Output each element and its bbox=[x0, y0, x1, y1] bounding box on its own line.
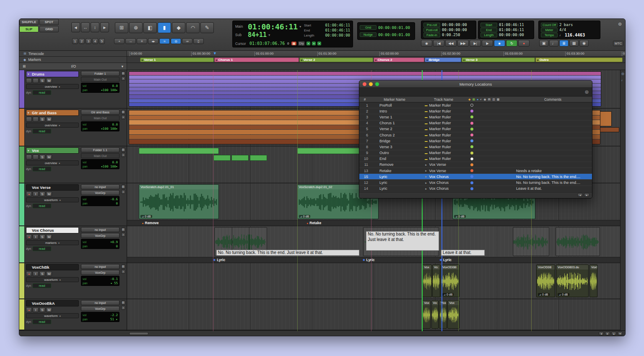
io-selector[interactable]: no input bbox=[81, 264, 119, 269]
column-comments[interactable]: Comments bbox=[514, 97, 592, 102]
clip-gain-badge[interactable]: ⊿0 dB bbox=[454, 215, 465, 218]
count-off-value[interactable]: 2 bars bbox=[559, 23, 573, 27]
track-color-strip[interactable] bbox=[19, 70, 25, 108]
automation-mode-button[interactable]: read bbox=[33, 90, 51, 95]
io-selector[interactable]: no input bbox=[81, 184, 119, 189]
timecode-ruler-label[interactable]: ⊞ Timecode bbox=[19, 51, 127, 57]
folder-overview-clip[interactable] bbox=[250, 155, 267, 161]
zoom-column-icon[interactable]: ● bbox=[477, 98, 478, 101]
audio-clip-voxod08[interactable]: VoxOD08⊿0 dB bbox=[536, 264, 555, 297]
volume-pan-display[interactable]: vol-2.2pan51 ▸ bbox=[81, 312, 119, 322]
audio-clip-vox[interactable]: Vox bbox=[422, 264, 431, 297]
track-view-selector[interactable]: overview▾ bbox=[26, 84, 79, 89]
marker-verse-3[interactable]: ◆Verse 3 bbox=[462, 58, 535, 62]
scroll-left-icon[interactable]: ◂ bbox=[577, 193, 583, 197]
tempo-value[interactable]: 116.4463 bbox=[565, 33, 585, 37]
output-selector[interactable]: Main Out bbox=[81, 115, 119, 120]
group-selector[interactable]: VoxGrp bbox=[81, 270, 119, 275]
link-timeline-edit-button[interactable]: ⊙ bbox=[171, 38, 181, 44]
track-name[interactable]: Vox Chorus bbox=[26, 227, 79, 233]
memory-location-row-7[interactable]: 7Bridge▬Marker Ruler bbox=[359, 138, 592, 144]
track-add-icon[interactable]: + bbox=[121, 190, 125, 194]
count-off-label[interactable]: Count Off bbox=[541, 23, 558, 27]
track-blank-b-button[interactable] bbox=[33, 78, 39, 83]
midi-merge-button[interactable]: ▣ bbox=[539, 40, 548, 47]
track-view-selector[interactable]: waveform▾ bbox=[26, 277, 79, 282]
track-record-button[interactable]: ● bbox=[26, 271, 32, 276]
track-solo-button[interactable]: S bbox=[39, 234, 45, 239]
selection-end-value[interactable]: 01:00:46:11 bbox=[325, 28, 350, 32]
tempo-ruler-button[interactable]: ◉ bbox=[579, 40, 589, 47]
playhead-cursor-icon[interactable]: ▼ bbox=[213, 51, 217, 55]
track-solo-button[interactable]: S bbox=[39, 78, 45, 83]
transport-end-value[interactable]: 01:00:46:11 bbox=[499, 28, 524, 32]
zoomer-tool[interactable]: ⊕ bbox=[129, 22, 143, 33]
memory-location-row-11[interactable]: 11Remove►Vox Verse bbox=[359, 162, 592, 168]
folder-overview-clip[interactable] bbox=[139, 148, 219, 154]
post-roll-label[interactable]: Post-roll bbox=[423, 28, 440, 32]
rewind-button[interactable]: ◀◀ bbox=[445, 40, 457, 47]
link-track-edit-button[interactable]: ⇒ bbox=[182, 38, 192, 44]
online-button[interactable]: ◉ bbox=[421, 40, 432, 47]
audio-clip-vo[interactable]: Vo: bbox=[431, 300, 439, 329]
column-marker-name[interactable]: Marker Name bbox=[370, 97, 419, 102]
volume-pan-display[interactable]: vol0.0pan◂100 100▸ bbox=[81, 121, 119, 131]
edit-mode-shuffle-button[interactable]: SHUFFLE bbox=[19, 19, 39, 25]
marker-outro[interactable]: ◆Outro bbox=[535, 58, 623, 62]
nudge-value[interactable]: 00:00:00:01.00 bbox=[378, 33, 410, 37]
zoom-preset-2-button[interactable]: 2 bbox=[79, 38, 85, 44]
main-counter-menu-icon[interactable]: ▾ bbox=[299, 25, 301, 29]
drum-child-clip[interactable] bbox=[129, 76, 601, 79]
volume-pan-display[interactable]: vol+0.9pan0 bbox=[81, 239, 119, 249]
audio-clip-voxod0803-du[interactable]: VoxOD0803.du⊿0 dB bbox=[556, 264, 589, 297]
track-name[interactable]: ▾Drums bbox=[26, 71, 79, 77]
markers-ruler[interactable]: ◆Verse 1◆Chorus 1◆Verse 2◆Chorus 2◆Bridg… bbox=[127, 57, 625, 63]
audio-clip[interactable] bbox=[556, 227, 600, 256]
stop-button[interactable]: ■ bbox=[494, 40, 505, 47]
folder-disclosure-icon[interactable]: ▾ bbox=[28, 73, 31, 76]
track-list-sort-icon[interactable]: ▾ bbox=[122, 64, 123, 68]
track-marker-lyric[interactable]: ◆Lyric bbox=[440, 258, 452, 262]
track-solo-button[interactable]: S bbox=[39, 307, 45, 312]
track-name[interactable]: VoxChBk bbox=[26, 264, 79, 270]
memory-location-row-3[interactable]: 3Verse 1▬Marker Ruler bbox=[359, 114, 592, 120]
play-button[interactable]: ▶ bbox=[482, 40, 493, 47]
marker-chorus-1[interactable]: ◆Chorus 1 bbox=[214, 58, 299, 62]
track-add-icon[interactable]: + bbox=[121, 270, 125, 274]
lyric-text-box[interactable]: No. No turning back. This is the end. Ju… bbox=[366, 231, 439, 251]
marker-column-icon[interactable]: ◆ bbox=[468, 98, 470, 101]
scroll-right-icon[interactable]: ▸ bbox=[584, 193, 589, 197]
scroll-options-icon[interactable]: ◎ bbox=[621, 72, 624, 76]
pencil-tool[interactable]: ✎ bbox=[200, 22, 214, 33]
io-column-label[interactable]: I/O bbox=[29, 64, 118, 68]
crossfade-button[interactable]: ◂▸ bbox=[148, 38, 158, 44]
io-selector[interactable]: no input bbox=[81, 227, 119, 232]
separation-edit-button[interactable]: ≡ bbox=[137, 38, 147, 44]
track-mute-button[interactable]: M bbox=[46, 78, 52, 83]
track-solo-button[interactable]: S bbox=[39, 271, 45, 276]
track-options-icon[interactable]: ⊞ bbox=[121, 264, 125, 269]
metronome-button[interactable]: ♩ bbox=[549, 40, 558, 47]
io-selector[interactable]: Folder 1.1 bbox=[81, 147, 119, 152]
audio-clip-voxscratch-dup2-01-01[interactable]: VoxScratch.dup2.01_01⊿0 dB bbox=[139, 184, 219, 219]
memory-location-row-14[interactable]: 14Lyric►Vox ChorusLeave it at that. bbox=[359, 186, 592, 192]
track-add-icon[interactable]: + bbox=[121, 306, 125, 310]
selector-tool[interactable]: ▮ bbox=[158, 22, 171, 33]
memory-location-row-9[interactable]: 9Outro▬Marker Ruler bbox=[359, 150, 592, 156]
arrange-lane-voxooobka[interactable]: VoxVo:VoxVox bbox=[127, 299, 620, 330]
track-view-selector[interactable]: waveform▾ bbox=[26, 313, 79, 318]
fade-in-label[interactable]: Fade-in bbox=[423, 33, 440, 37]
track-blank-a-button[interactable] bbox=[26, 117, 32, 122]
midi-thru-button[interactable]: ▩ bbox=[569, 40, 579, 47]
tempo-label[interactable]: Tempo bbox=[541, 33, 558, 37]
group-selector[interactable]: VoxGrp bbox=[81, 233, 119, 238]
audio-clip[interactable] bbox=[513, 227, 549, 256]
go-to-end-button[interactable]: ▶| bbox=[470, 40, 481, 47]
clip-extension[interactable] bbox=[600, 111, 612, 126]
track-blank-b-button[interactable] bbox=[33, 117, 39, 122]
track-view-selector[interactable]: overview▾ bbox=[26, 160, 79, 165]
grabber-tool[interactable]: ◆ bbox=[172, 22, 185, 33]
track-add-icon[interactable]: + bbox=[121, 233, 125, 237]
track-marker-lane[interactable]: ◆Lyric◆Lyric◆Lyric bbox=[127, 257, 620, 262]
io-selector[interactable]: no input bbox=[81, 300, 119, 305]
